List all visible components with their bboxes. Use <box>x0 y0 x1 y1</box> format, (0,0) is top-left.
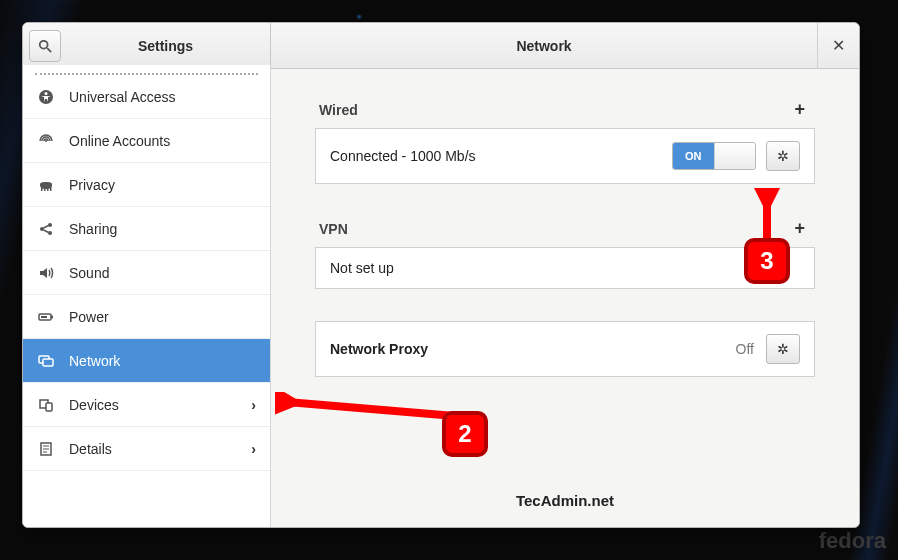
sidebar-item-label: Details <box>69 441 112 457</box>
sidebar-item-label: Sound <box>69 265 109 281</box>
proxy-settings-button[interactable]: ✲ <box>766 334 800 364</box>
svg-rect-5 <box>41 187 43 191</box>
wired-header-label: Wired <box>319 102 358 118</box>
annotation-step-3: 3 <box>744 238 790 284</box>
svg-point-4 <box>45 140 47 142</box>
wired-status-text: Connected - 1000 Mb/s <box>330 148 476 164</box>
window-body: Universal Access Online Accounts Privacy… <box>23 69 859 527</box>
svg-rect-18 <box>43 359 53 366</box>
sidebar: Universal Access Online Accounts Privacy… <box>23 65 271 527</box>
fedora-watermark: fedora <box>819 528 886 554</box>
svg-line-13 <box>44 230 49 233</box>
chevron-right-icon: › <box>251 397 256 413</box>
devices-icon <box>37 397 55 413</box>
chevron-right-icon: › <box>251 441 256 457</box>
svg-point-0 <box>40 40 48 48</box>
sidebar-item-label: Universal Access <box>69 89 176 105</box>
proxy-status-text: Off <box>736 341 754 357</box>
header-right: Network ✕ <box>271 23 859 68</box>
sidebar-item-power[interactable]: Power <box>23 295 270 339</box>
privacy-icon <box>37 177 55 193</box>
svg-rect-7 <box>47 187 49 191</box>
add-vpn-button[interactable]: + <box>788 216 811 241</box>
headerbar: Settings Network ✕ <box>23 23 859 69</box>
wired-settings-button[interactable]: ✲ <box>766 141 800 171</box>
annotation-step-2: 2 <box>442 411 488 457</box>
svg-rect-20 <box>46 403 52 411</box>
svg-rect-8 <box>50 187 52 191</box>
switch-knob <box>714 143 756 169</box>
wired-switch[interactable]: ON <box>672 142 756 170</box>
sidebar-item-label: Devices <box>69 397 119 413</box>
svg-rect-15 <box>51 315 53 318</box>
vpn-header-label: VPN <box>319 221 348 237</box>
wired-connection-row: Connected - 1000 Mb/s ON ✲ <box>315 128 815 184</box>
vpn-row: Not set up <box>315 247 815 289</box>
add-wired-button[interactable]: + <box>788 97 811 122</box>
close-button[interactable]: ✕ <box>817 23 859 69</box>
sidebar-item-label: Privacy <box>69 177 115 193</box>
network-proxy-row: Network Proxy Off ✲ <box>315 321 815 377</box>
settings-window: Settings Network ✕ Universal Access Onli… <box>22 22 860 528</box>
online-accounts-icon <box>37 133 55 149</box>
search-button[interactable] <box>29 30 61 62</box>
sidebar-item-devices[interactable]: Devices › <box>23 383 270 427</box>
svg-rect-16 <box>41 316 47 318</box>
watermark-text: TecAdmin.net <box>271 492 859 509</box>
sidebar-item-label: Online Accounts <box>69 133 170 149</box>
header-left: Settings <box>23 23 271 68</box>
svg-point-11 <box>48 231 52 235</box>
svg-line-25 <box>287 402 455 416</box>
svg-line-1 <box>47 48 51 52</box>
svg-rect-6 <box>44 187 46 191</box>
close-icon: ✕ <box>832 36 845 55</box>
svg-point-10 <box>48 223 52 227</box>
sidebar-item-online-accounts[interactable]: Online Accounts <box>23 119 270 163</box>
sidebar-item-universal-access[interactable]: Universal Access <box>23 75 270 119</box>
svg-point-3 <box>45 92 48 95</box>
sidebar-title: Settings <box>61 38 270 54</box>
wired-section-header: Wired + <box>315 97 815 122</box>
search-icon <box>38 39 52 53</box>
network-icon <box>37 353 55 369</box>
sidebar-item-details[interactable]: Details › <box>23 427 270 471</box>
sidebar-item-sound[interactable]: Sound <box>23 251 270 295</box>
sidebar-item-privacy[interactable]: Privacy <box>23 163 270 207</box>
svg-line-12 <box>44 225 49 228</box>
sidebar-item-sharing[interactable]: Sharing <box>23 207 270 251</box>
sidebar-item-network[interactable]: Network <box>23 339 270 383</box>
gear-icon: ✲ <box>777 341 789 357</box>
proxy-label: Network Proxy <box>330 341 428 357</box>
sidebar-item-label: Network <box>69 353 120 369</box>
power-icon <box>37 309 55 325</box>
annotation-arrow-2 <box>275 392 465 422</box>
gear-icon: ✲ <box>777 148 789 164</box>
content-pane: Wired + Connected - 1000 Mb/s ON ✲ VPN +… <box>271 69 859 527</box>
sharing-icon <box>37 221 55 237</box>
sidebar-item-label: Power <box>69 309 109 325</box>
accessibility-icon <box>37 89 55 105</box>
switch-on-label: ON <box>673 143 714 169</box>
sidebar-item-label: Sharing <box>69 221 117 237</box>
vpn-status-text: Not set up <box>330 260 394 276</box>
annotation-arrow-3 <box>752 188 782 240</box>
vpn-section-header: VPN + <box>315 216 815 241</box>
sound-icon <box>37 265 55 281</box>
details-icon <box>37 441 55 457</box>
page-title: Network <box>271 38 817 54</box>
